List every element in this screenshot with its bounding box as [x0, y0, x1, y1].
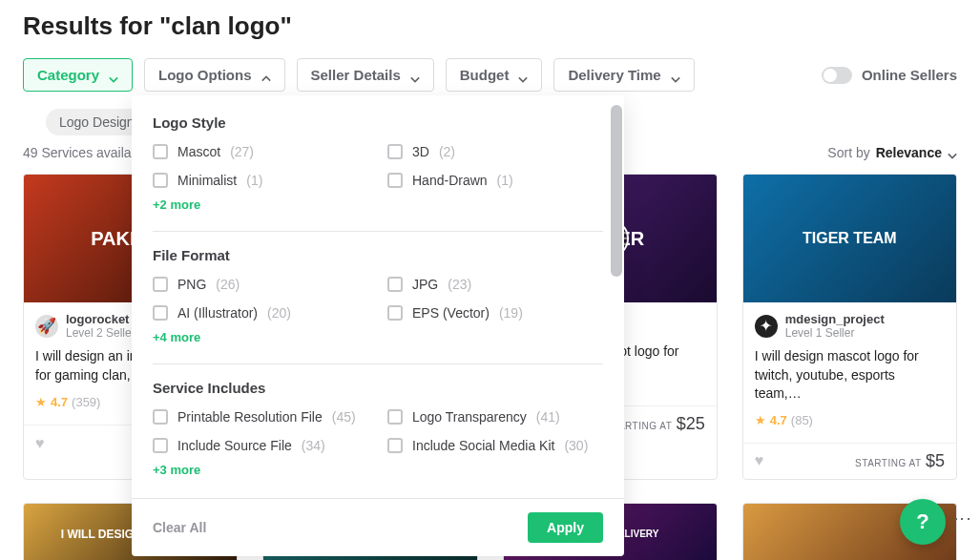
filter-option-label: Minimalist: [177, 173, 237, 188]
sort-value: Relevance: [876, 145, 942, 160]
seller-name: mdesign_project: [785, 312, 885, 326]
checkbox[interactable]: [387, 409, 403, 425]
avatar: ✦: [755, 315, 778, 338]
online-sellers-toggle-wrap: Online Sellers: [822, 67, 957, 84]
checkbox[interactable]: [387, 438, 403, 453]
price-label: STARTING AT: [855, 458, 921, 468]
seller-details-label: Seller Details: [311, 67, 401, 83]
chevron-down-icon: [948, 148, 957, 157]
avatar: 🚀: [35, 315, 58, 338]
price: $5: [926, 451, 945, 470]
checkbox[interactable]: [153, 409, 168, 425]
checkbox[interactable]: [153, 173, 168, 188]
star-icon: ★: [35, 395, 47, 409]
category-filter-label: Category: [37, 67, 99, 83]
price: $25: [677, 414, 705, 433]
filter-option-label: Include Source File: [177, 438, 292, 453]
checkbox[interactable]: [153, 277, 168, 292]
filter-option[interactable]: JPG (23): [387, 277, 603, 292]
rating-count: (85): [791, 413, 813, 427]
filter-option[interactable]: Hand-Drawn (1): [387, 173, 603, 188]
filter-option-label: Mascot: [177, 144, 220, 159]
checkbox[interactable]: [153, 305, 168, 321]
help-fab[interactable]: ?: [900, 499, 946, 545]
gig-title: I will design mascot logo for twitch, yo…: [755, 347, 945, 404]
filter-option-label: EPS (Vector): [412, 305, 490, 321]
checkbox[interactable]: [153, 438, 168, 453]
budget-label: Budget: [460, 67, 510, 83]
seller-name: logorocket: [66, 312, 136, 326]
rating-count: (359): [72, 395, 100, 409]
filter-option[interactable]: Mascot (27): [153, 144, 368, 159]
seller-level: Level 1 Seller: [785, 326, 885, 340]
filter-option-label: AI (Illustrator): [177, 305, 258, 321]
scrollbar[interactable]: [611, 105, 622, 277]
page-title: Results for "clan logo": [23, 11, 957, 41]
logo-options-label: Logo Options: [158, 67, 251, 83]
delivery-time-filter[interactable]: Delivery Time: [553, 58, 694, 92]
checkbox[interactable]: [387, 173, 403, 188]
checkbox[interactable]: [387, 277, 403, 292]
checkbox[interactable]: [387, 144, 403, 159]
filter-option[interactable]: AI (Illustrator) (20): [153, 305, 368, 321]
filter-option[interactable]: Printable Resolution File (45): [153, 409, 368, 425]
delivery-time-label: Delivery Time: [568, 67, 660, 83]
logo-options-filter[interactable]: Logo Options: [144, 58, 284, 92]
filter-option-count: (30): [564, 438, 588, 453]
checkbox[interactable]: [153, 144, 168, 159]
clear-all-button[interactable]: Clear All: [153, 520, 206, 535]
heart-icon[interactable]: ♥: [755, 452, 764, 469]
filter-option-label: Logo Transparency: [412, 409, 527, 425]
chevron-down-icon: [410, 71, 420, 80]
filter-option[interactable]: Logo Transparency (41): [387, 409, 603, 425]
filter-option[interactable]: Minimalist (1): [153, 173, 368, 188]
filter-option-count: (23): [448, 277, 471, 292]
gig-card[interactable]: TIGER TEAM ✦ mdesign_project Level 1 Sel…: [742, 174, 957, 480]
logo-options-dropdown: Logo StyleMascot (27)3D (2)Minimalist (1…: [132, 95, 624, 556]
gig-thumbnail: TIGER TEAM: [743, 175, 956, 302]
online-sellers-label: Online Sellers: [862, 67, 957, 83]
chevron-down-icon: [518, 71, 528, 80]
category-filter[interactable]: Category: [23, 58, 133, 92]
filter-option-count: (34): [302, 438, 325, 453]
budget-filter[interactable]: Budget: [446, 58, 543, 92]
filter-option-count: (2): [439, 144, 455, 159]
filter-option-label: 3D: [412, 144, 429, 159]
filter-option-label: Hand-Drawn: [412, 173, 488, 188]
sort-label: Sort by: [827, 145, 869, 160]
chevron-up-icon: [261, 71, 271, 80]
checkbox[interactable]: [387, 305, 403, 321]
sort-control[interactable]: Sort by Relevance: [827, 145, 957, 160]
filter-option[interactable]: PNG (26): [153, 277, 368, 292]
filter-option-count: (1): [497, 173, 513, 188]
seller-level: Level 2 Seller: [66, 326, 136, 340]
filter-option-count: (1): [246, 173, 262, 188]
chevron-down-icon: [671, 71, 680, 80]
filter-option[interactable]: Include Source File (34): [153, 438, 368, 453]
show-more-link[interactable]: +4 more: [153, 330, 200, 344]
filter-option-label: JPG: [412, 277, 438, 292]
rating-value: 4.7: [770, 413, 787, 427]
filter-option-label: Include Social Media Kit: [412, 438, 554, 453]
heart-icon[interactable]: ♥: [35, 435, 45, 452]
filter-option[interactable]: 3D (2): [387, 144, 603, 159]
filter-option[interactable]: Include Social Media Kit (30): [387, 438, 603, 453]
rating-value: 4.7: [51, 395, 68, 409]
filter-option-count: (20): [267, 305, 291, 321]
filter-option-count: (19): [499, 305, 523, 321]
filter-option[interactable]: EPS (Vector) (19): [387, 305, 603, 321]
apply-button[interactable]: Apply: [528, 512, 603, 543]
services-count: 49 Services available: [23, 145, 149, 160]
show-more-link[interactable]: +2 more: [153, 197, 200, 212]
overflow-menu-icon[interactable]: ⋮: [952, 510, 973, 528]
seller-details-filter[interactable]: Seller Details: [297, 58, 434, 92]
filter-option-label: PNG: [177, 277, 206, 292]
star-icon: ★: [755, 413, 766, 427]
filter-option-count: (27): [230, 144, 254, 159]
show-more-link[interactable]: +3 more: [153, 463, 200, 477]
chevron-down-icon: [109, 71, 118, 80]
filter-bar: Category Logo Options Seller Details Bud…: [23, 58, 957, 92]
dropdown-section-title: File Format: [153, 247, 603, 263]
dropdown-section-title: Service Includes: [153, 380, 603, 396]
online-sellers-toggle[interactable]: [822, 67, 852, 84]
